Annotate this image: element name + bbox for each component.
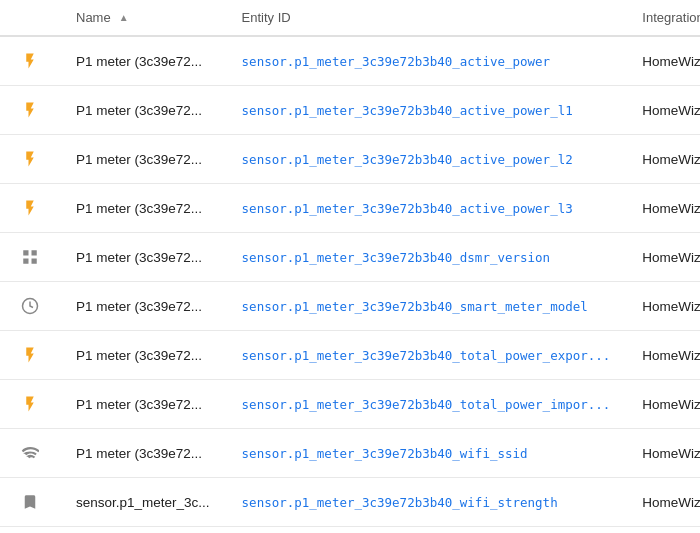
table-row[interactable]: P1 meter (3c39e72...sensor.p1_meter_3c39… — [0, 429, 700, 478]
sort-icon-name: ▲ — [119, 12, 129, 23]
row-integration: HomeWizard Energy — [626, 282, 700, 331]
table-row[interactable]: P1 meter (3c39e72...sensor.p1_meter_3c39… — [0, 135, 700, 184]
row-integration: HomeWizard Energy — [626, 86, 700, 135]
row-integration: HomeWizard Energy — [626, 429, 700, 478]
row-name: P1 meter (3c39e72... — [60, 184, 226, 233]
row-integration: HomeWizard Energy — [626, 184, 700, 233]
row-name: P1 meter (3c39e72... — [60, 282, 226, 331]
table-row[interactable]: P1 meter (3c39e72...sensor.p1_meter_3c39… — [0, 380, 700, 429]
row-name: P1 meter (3c39e72... — [60, 331, 226, 380]
row-entity-id[interactable]: sensor.p1_meter_3c39e72b3b40_active_powe… — [226, 36, 627, 86]
row-icon — [0, 86, 60, 135]
row-entity-id[interactable]: sensor.p1_meter_3c39e72b3b40_active_powe… — [226, 135, 627, 184]
table-row[interactable]: P1 meter (3c39e72...sensor.p1_meter_3c39… — [0, 36, 700, 86]
row-name: P1 meter (3c39e72... — [60, 380, 226, 429]
table-header-row: Name ▲ Entity ID Integration — [0, 0, 700, 36]
table-row[interactable]: P1 meter (3c39e72...sensor.p1_meter_3c39… — [0, 184, 700, 233]
row-name: sensor.p1_meter_3c... — [60, 478, 226, 527]
th-icon — [0, 0, 60, 36]
row-icon — [0, 36, 60, 86]
table-row[interactable]: P1 meter (3c39e72...sensor.p1_meter_3c39… — [0, 86, 700, 135]
th-integration[interactable]: Integration — [626, 0, 700, 36]
row-name: P1 meter (3c39e72... — [60, 233, 226, 282]
row-entity-id[interactable]: sensor.p1_meter_3c39e72b3b40_active_powe… — [226, 184, 627, 233]
row-integration: HomeWizard Energy — [626, 478, 700, 527]
th-name[interactable]: Name ▲ — [60, 0, 226, 36]
row-icon — [0, 380, 60, 429]
row-icon — [0, 429, 60, 478]
row-name: P1 meter (3c39e72... — [60, 86, 226, 135]
row-entity-id[interactable]: sensor.p1_meter_3c39e72b3b40_active_powe… — [226, 86, 627, 135]
row-name: P1 meter (3c39e72... — [60, 429, 226, 478]
th-entity-id[interactable]: Entity ID — [226, 0, 627, 36]
table-row[interactable]: P1 meter (3c39e72...sensor.p1_meter_3c39… — [0, 233, 700, 282]
row-icon — [0, 135, 60, 184]
row-name: P1 meter (3c39e72... — [60, 36, 226, 86]
table-row[interactable]: P1 meter (3c39e72...sensor.p1_meter_3c39… — [0, 331, 700, 380]
table-row[interactable]: sensor.p1_meter_3c...sensor.p1_meter_3c3… — [0, 478, 700, 527]
entities-table: Name ▲ Entity ID Integration P1 meter (3… — [0, 0, 700, 527]
row-entity-id[interactable]: sensor.p1_meter_3c39e72b3b40_total_power… — [226, 331, 627, 380]
row-entity-id[interactable]: sensor.p1_meter_3c39e72b3b40_dsmr_versio… — [226, 233, 627, 282]
row-integration: HomeWizard Energy — [626, 331, 700, 380]
row-icon — [0, 233, 60, 282]
row-icon — [0, 331, 60, 380]
row-icon — [0, 282, 60, 331]
entities-table-container: Name ▲ Entity ID Integration P1 meter (3… — [0, 0, 700, 527]
row-integration: HomeWizard Energy — [626, 36, 700, 86]
table-row[interactable]: P1 meter (3c39e72...sensor.p1_meter_3c39… — [0, 282, 700, 331]
row-entity-id[interactable]: sensor.p1_meter_3c39e72b3b40_wifi_ssid — [226, 429, 627, 478]
row-entity-id[interactable]: sensor.p1_meter_3c39e72b3b40_wifi_streng… — [226, 478, 627, 527]
row-icon — [0, 478, 60, 527]
row-entity-id[interactable]: sensor.p1_meter_3c39e72b3b40_total_power… — [226, 380, 627, 429]
row-integration: HomeWizard Energy — [626, 135, 700, 184]
row-integration: HomeWizard Energy — [626, 380, 700, 429]
row-name: P1 meter (3c39e72... — [60, 135, 226, 184]
row-integration: HomeWizard Energy — [626, 233, 700, 282]
row-entity-id[interactable]: sensor.p1_meter_3c39e72b3b40_smart_meter… — [226, 282, 627, 331]
row-icon — [0, 184, 60, 233]
